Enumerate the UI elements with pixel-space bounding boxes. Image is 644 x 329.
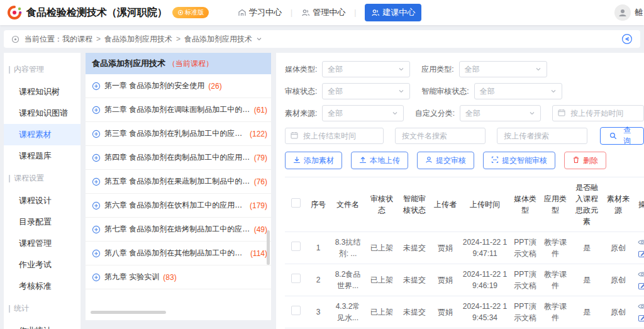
edit-icon[interactable] (638, 314, 644, 322)
chapter-row[interactable]: 第五章 食品添加剂在果蔬制加工制品中的应用技术(76) (86, 170, 271, 194)
table-row: 18.3抗结剂: ...已上架未提交贾娟2024-11-22 19:47:11P… (285, 232, 644, 264)
expand-plus-icon[interactable] (92, 177, 101, 186)
toolbar-button[interactable]: 本地上传 (351, 152, 408, 169)
user-name[interactable]: 雒 (635, 7, 643, 18)
nav-build-center[interactable]: 建课中心 (365, 4, 421, 21)
chapter-title: 第四章 食品添加剂在肉制品加工中的应用技术 (104, 152, 250, 163)
chapter-title: 第九章 实验实训 (104, 272, 159, 282)
breadcrumb-item[interactable]: 食品添加剂应用技术 (104, 34, 172, 45)
breadcrumb-item[interactable]: 食品添加剂应用技术 (184, 34, 252, 45)
chapter-count: (179) (250, 201, 267, 210)
sidebar-item[interactable]: 课程素材 (4, 124, 80, 145)
nav-learning-center[interactable]: 学习中心 (238, 7, 282, 18)
expand-plus-icon[interactable] (92, 273, 101, 282)
cell-ideology: 是 (570, 264, 603, 296)
material-source-select[interactable]: 全部 (322, 105, 403, 121)
chapter-row[interactable]: 第九章 实验实训(83) (86, 265, 271, 289)
chapter-row[interactable]: 第六章 食品添加剂在饮料加工中的应用技术(179) (86, 194, 271, 218)
sidebar-item[interactable]: 课程知识图谱 (4, 103, 80, 124)
back-button[interactable] (621, 33, 633, 45)
breadcrumb-item[interactable]: 我的课程 (62, 34, 92, 45)
row-checkbox[interactable] (291, 274, 301, 283)
cell-audit: 已上架 (365, 296, 398, 328)
ai-audit-status-select[interactable]: 全部 (474, 83, 562, 99)
expand-plus-icon[interactable] (92, 82, 101, 91)
view-icon[interactable] (638, 270, 644, 278)
sidebar-section-title: 课程设置 (4, 167, 80, 190)
query-button[interactable]: 查询 (600, 127, 644, 145)
nav-manage-center[interactable]: 管理中心 (301, 7, 345, 18)
chevron-down-icon[interactable] (256, 36, 262, 42)
app-title: 食品检验检测技术（漯河职院） (26, 6, 167, 20)
custom-category-select[interactable]: 全部 (460, 105, 541, 121)
cell-media: PPT演示文稿 (510, 296, 540, 328)
media-type-select[interactable]: 全部 (322, 61, 410, 77)
chapter-row[interactable]: 第七章 食品添加剂在焙烤制品加工中的应用技术(49) (86, 218, 271, 242)
toolbar-button[interactable]: 添加素材 (285, 152, 342, 169)
user-avatar[interactable] (614, 4, 631, 21)
chapter-count: (83) (163, 273, 176, 282)
column-header: 素材来源 (603, 177, 633, 232)
search-icon (609, 132, 617, 140)
toolbar-button-label: 提交智能审核 (502, 155, 547, 166)
vertical-scrollbar[interactable] (267, 230, 270, 265)
upload-end-date-input[interactable] (285, 128, 384, 144)
cell-file: 8.2食品世界... (330, 264, 365, 296)
cell-no: 2 (306, 264, 330, 296)
expand-plus-icon[interactable] (92, 106, 101, 114)
select-all-checkbox[interactable] (291, 198, 301, 208)
file-name-search-input[interactable] (395, 128, 486, 144)
sidebar-item[interactable]: 考核标准 (4, 276, 80, 297)
delete-button[interactable]: 删除 (564, 152, 606, 169)
horizontal-scrollbar[interactable] (91, 311, 166, 314)
audit-status-select[interactable]: 全部 (322, 83, 410, 99)
chapter-row[interactable]: 第三章 食品添加剂在乳制品加工中的应用技术(122) (86, 122, 271, 146)
chapter-title: 第七章 食品添加剂在焙烤制品加工中的应用技术 (104, 224, 250, 235)
filter-row-4: 查询 (285, 127, 644, 145)
edition-badge: 标准版 (172, 7, 209, 18)
sidebar-item[interactable]: 目录配置 (4, 211, 80, 233)
expand-plus-icon[interactable] (92, 225, 101, 234)
cell-ai: 未提交 (398, 296, 431, 328)
row-checkbox[interactable] (291, 242, 301, 251)
view-icon[interactable] (638, 303, 644, 310)
chapter-count: (61) (254, 106, 267, 114)
chapter-title: 第一章 食品添加剂的安全使用 (104, 81, 204, 91)
chapter-count: (26) (208, 82, 221, 91)
cell-ideology: 是 (570, 232, 603, 264)
sidebar-item[interactable]: 作业统计 (4, 320, 80, 329)
sidebar-nav: 内容管理课程知识树课程知识图谱课程素材课程题库课程设置课程设计目录配置课程管理作… (4, 53, 80, 329)
cell-audit: 已上架 (365, 264, 398, 296)
sidebar-item[interactable]: 课程管理 (4, 233, 80, 254)
sidebar-item[interactable]: 作业考试 (4, 254, 80, 276)
chevron-down-icon (392, 110, 398, 116)
column-header: 智能审核状态 (398, 177, 431, 232)
cell-app: 教学课件 (540, 296, 570, 328)
uploader-search-input[interactable] (497, 128, 587, 144)
cell-time: 2024-11-22 19:46:19 (460, 264, 510, 296)
sidebar-item[interactable]: 课程设计 (4, 190, 80, 211)
person-icon (618, 8, 628, 18)
course-header[interactable]: 食品添加剂应用技术 （当前课程） (86, 53, 271, 74)
chapter-row[interactable]: 第二章 食品添加剂在调味面制品加工中的应用技术(61) (86, 98, 271, 122)
toolbar-button[interactable]: 提交审核 (417, 152, 474, 169)
header-user-area: 雒 (614, 4, 638, 21)
chapter-row[interactable]: 第四章 食品添加剂在肉制品加工中的应用技术(79) (86, 146, 271, 170)
expand-plus-icon[interactable] (92, 201, 101, 210)
edit-icon[interactable] (638, 282, 644, 290)
chapter-row[interactable]: 第一章 食品添加剂的安全使用(26) (86, 74, 271, 98)
expand-plus-icon[interactable] (92, 153, 101, 162)
sidebar-item[interactable]: 课程知识树 (4, 81, 80, 103)
app-type-select[interactable]: 全部 (459, 61, 547, 77)
edit-icon[interactable] (638, 250, 644, 258)
expand-plus-icon[interactable] (92, 249, 101, 258)
chapter-row[interactable]: 第八章 食品添加剂在其他制品加工中的应用技术(114) (86, 242, 271, 265)
view-icon[interactable] (638, 238, 644, 246)
sidebar-item[interactable]: 课程题库 (4, 145, 80, 167)
upload-start-date-input[interactable] (552, 105, 644, 121)
row-checkbox[interactable] (291, 306, 301, 315)
materials-table: 序号文件名审核状态智能审核状态上传者上传时间媒体类型应用类型是否融入课程思政元素… (285, 177, 644, 329)
calendar-icon (291, 131, 298, 141)
expand-plus-icon[interactable] (92, 130, 101, 138)
toolbar-button[interactable]: 提交智能审核 (483, 152, 555, 169)
